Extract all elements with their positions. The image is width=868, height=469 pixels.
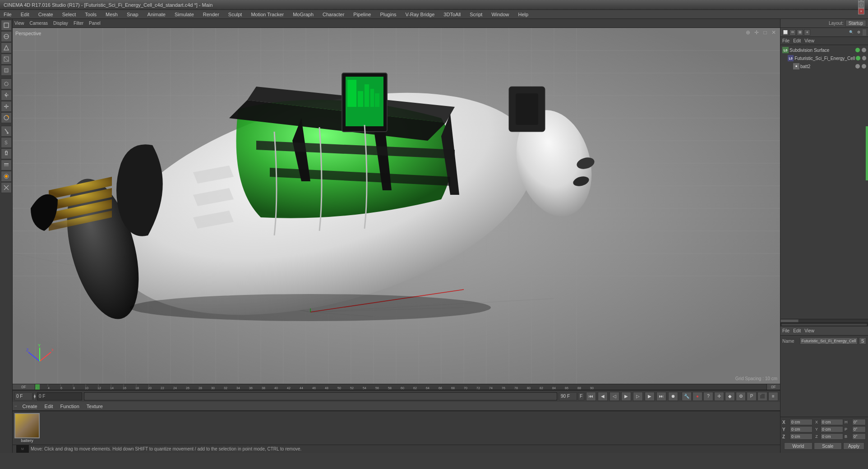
play-play-button[interactable]: ▶	[621, 392, 631, 401]
viewport-menu-panel[interactable]: Panel	[89, 21, 101, 26]
timeline-range[interactable]	[84, 392, 557, 400]
menu-snap[interactable]: Snap	[125, 12, 140, 17]
obj-render-subdivision[interactable]	[862, 48, 866, 52]
play-next-button[interactable]: ▶	[645, 392, 655, 401]
object-item-batt2[interactable]: ★ batt2	[781, 62, 867, 70]
menu-motion-tracker[interactable]: Motion Tracker	[249, 12, 286, 17]
om-icon-settings[interactable]: ⚙	[855, 29, 862, 36]
material-menu-function[interactable]: Function	[59, 404, 81, 409]
tool-live-selection[interactable]	[1, 78, 12, 89]
attr-name-size-btn[interactable]: S	[859, 337, 866, 345]
timeline-bar[interactable]: 0F 2 4 6 8 10 12 14 16 18 20	[13, 384, 780, 390]
playback-icon-9[interactable]: ≡	[768, 392, 778, 401]
object-item-subdivision[interactable]: L0 Subdivision Surface	[781, 46, 867, 54]
attr-menu-view[interactable]: View	[804, 328, 814, 333]
menu-render[interactable]: Render	[201, 12, 221, 17]
viewport-menu-filter[interactable]: Filter	[74, 21, 83, 26]
tool-move[interactable]	[1, 90, 12, 101]
om-menu-edit[interactable]: Edit	[793, 38, 801, 43]
material-swatch[interactable]: battery	[14, 413, 40, 443]
viewport-icon-move[interactable]: ⊕	[744, 29, 752, 36]
maximize-button[interactable]: □	[858, 2, 864, 8]
menu-mesh[interactable]: Mesh	[104, 12, 120, 17]
panel-scrollbar[interactable]	[780, 323, 868, 326]
menu-script[interactable]: Script	[468, 12, 484, 17]
tool-rotate[interactable]	[1, 112, 12, 123]
menu-window[interactable]: Window	[489, 12, 511, 17]
obj-render-energy-cell[interactable]	[862, 56, 866, 60]
playback-icon-2[interactable]: ●	[693, 392, 702, 401]
playback-icon-7[interactable]: P	[747, 392, 757, 401]
coord-z-val2[interactable]: 0 cm	[821, 433, 843, 440]
tool-model-mode[interactable]	[1, 20, 12, 31]
obj-render-batt2[interactable]	[862, 64, 866, 69]
coord-y-pos[interactable]: 0 cm	[790, 426, 813, 432]
menu-create[interactable]: Create	[37, 12, 55, 17]
tool-sculpt-S[interactable]: S	[1, 137, 12, 148]
viewport-menu-display[interactable]: Display	[53, 21, 68, 26]
om-icon-3[interactable]: ⊞	[797, 29, 803, 36]
viewport-icon-close[interactable]: ✕	[770, 29, 777, 36]
menu-file[interactable]: File	[2, 12, 14, 17]
obj-visible-subdivision[interactable]	[855, 48, 860, 52]
menu-simulate[interactable]: Simulate	[173, 12, 196, 17]
coord-z-pos[interactable]: 0 cm	[790, 433, 813, 440]
object-item-energy-cell[interactable]: L0 Futuristic_Sci_Fi_Energy_Cell	[781, 54, 867, 62]
menu-3dtoall[interactable]: 3DToAll	[442, 12, 462, 17]
coord-x-val2[interactable]: 0 cm	[821, 419, 843, 425]
tool-scale[interactable]	[1, 101, 12, 112]
om-icon-2[interactable]: ✏	[790, 29, 796, 36]
timeline-ruler[interactable]: 2 4 6 8 10 12 14 16 18 20 22 24 26 28	[35, 384, 766, 390]
apply-button[interactable]: Apply	[843, 442, 864, 450]
menu-edit[interactable]: Edit	[19, 12, 31, 17]
frame-stepper[interactable]	[33, 392, 36, 400]
tool-texture-mode[interactable]	[1, 31, 12, 42]
om-icon-4[interactable]: ⌖	[804, 29, 810, 36]
om-icon-1[interactable]: ⬜	[782, 29, 789, 36]
scale-dropdown[interactable]: Scale	[814, 442, 842, 450]
tool-layers[interactable]	[1, 160, 12, 170]
menu-plugins[interactable]: Plugins	[378, 12, 398, 17]
material-menu-texture[interactable]: Texture	[85, 404, 105, 409]
om-menu-view[interactable]: View	[804, 38, 814, 43]
menu-character[interactable]: Character	[321, 12, 346, 17]
viewport-menu-cameras[interactable]: Cameras	[30, 21, 48, 26]
om-menu-file[interactable]: File	[782, 38, 790, 43]
om-icon-search[interactable]: 🔍	[848, 29, 854, 36]
attr-name-field[interactable]: Futuristic_Sci_Fi_Energy_Cell	[800, 337, 858, 345]
playback-icon-6[interactable]: ⚙	[736, 392, 746, 401]
menu-help[interactable]: Help	[517, 12, 531, 17]
viewport-icon-maximize[interactable]: □	[762, 29, 769, 36]
close-button[interactable]: ×	[858, 8, 864, 14]
world-dropdown[interactable]: World	[784, 442, 813, 450]
coord-z-b[interactable]: 0°	[852, 433, 866, 440]
tool-paint[interactable]	[1, 126, 12, 137]
om-scrollbar-h[interactable]	[780, 319, 868, 322]
attr-menu-file[interactable]: File	[782, 328, 790, 333]
tool-vertex-mode[interactable]	[1, 42, 12, 53]
menu-mograph[interactable]: MoGraph	[291, 12, 315, 17]
coord-y-val2[interactable]: 0 cm	[821, 426, 843, 432]
playback-icon-8[interactable]: ⬛	[757, 392, 767, 401]
playback-icon-4[interactable]: ✛	[714, 392, 724, 401]
viewport-icon-expand[interactable]: ✛	[753, 29, 760, 36]
menu-vray-bridge[interactable]: V-Ray Bridge	[404, 12, 437, 17]
tool-magnet[interactable]	[1, 148, 12, 159]
menu-pipeline[interactable]: Pipeline	[351, 12, 373, 17]
tool-render[interactable]	[1, 171, 12, 182]
tool-polygon-mode[interactable]	[1, 65, 12, 76]
om-scrollbar[interactable]	[863, 29, 866, 36]
playback-icon-1[interactable]: 🔧	[682, 392, 692, 401]
material-menu-create[interactable]: Create	[21, 404, 39, 409]
material-menu-edit[interactable]: Edit	[43, 404, 55, 409]
menu-animate[interactable]: Animate	[146, 12, 167, 17]
tool-edge-mode[interactable]	[1, 54, 12, 64]
menu-sculpt[interactable]: Sculpt	[226, 12, 244, 17]
play-end-button[interactable]: ⏭	[656, 392, 666, 401]
attr-menu-edit[interactable]: Edit	[793, 328, 801, 333]
obj-visible-batt2[interactable]	[855, 64, 860, 69]
menu-tools[interactable]: Tools	[83, 12, 98, 17]
layout-value[interactable]: Startup	[845, 20, 866, 27]
playback-icon-3[interactable]: ?	[703, 392, 713, 401]
viewport-menu-view[interactable]: View	[14, 21, 24, 26]
